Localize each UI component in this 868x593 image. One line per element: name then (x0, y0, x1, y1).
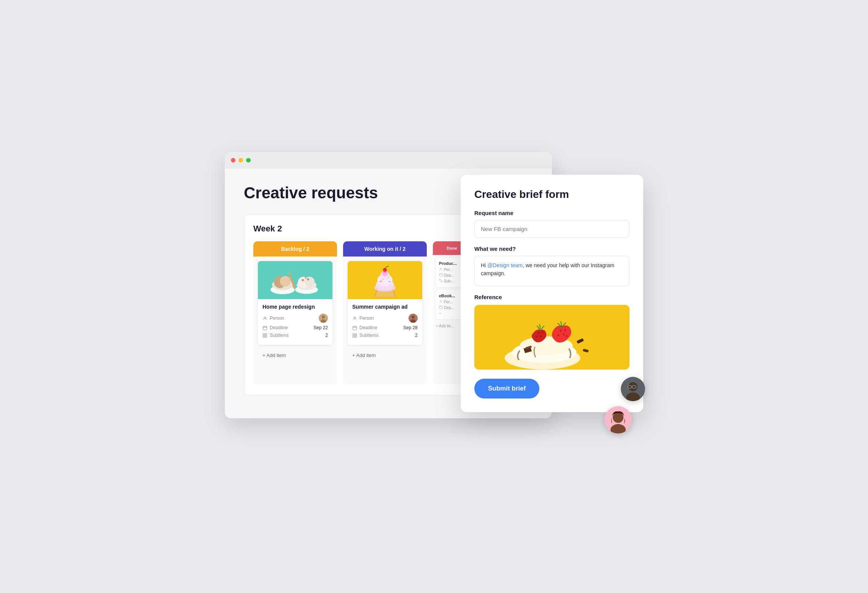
kanban-col-working: Working on it / 2 (343, 241, 427, 384)
card-field-deadline-working: Deadline Sep 28 (352, 325, 418, 330)
add-item-backlog[interactable]: + Add item (258, 349, 332, 361)
card-title-working-1: Summer campaign ad (352, 304, 418, 310)
what-we-need-textarea[interactable]: Hi @Design team, we need your help with … (474, 256, 630, 286)
person-icon-done-1 (439, 267, 443, 271)
card-body-backlog-1: Home page redesign Person (258, 299, 332, 345)
request-name-label: Request name (474, 210, 630, 216)
person-icon-working (352, 316, 357, 321)
kanban-col-backlog: Backlog / 2 (253, 241, 337, 384)
calendar-icon-backlog (262, 325, 267, 330)
card-field-person-working: Person (352, 314, 418, 323)
floating-avatar-1 (621, 377, 645, 401)
svg-point-10 (302, 279, 304, 281)
svg-rect-21 (263, 333, 265, 335)
subitems-icon-backlog (262, 333, 267, 338)
traffic-light-close[interactable] (231, 158, 235, 163)
reference-svg (474, 305, 630, 370)
kanban-card-working-1[interactable]: Summer campaign ad Person (348, 261, 422, 345)
svg-point-12 (305, 277, 306, 279)
col-header-backlog: Backlog / 2 (253, 241, 337, 257)
kanban-card-backlog-1[interactable]: Home page redesign Person (258, 261, 332, 345)
text-prefix: Hi (481, 262, 487, 268)
submit-brief-button[interactable]: Submit brief (474, 379, 539, 399)
reference-label: Reference (474, 294, 630, 300)
svg-rect-50 (439, 274, 442, 277)
avatar-backlog-card (319, 314, 328, 323)
subitems-icon-working (352, 333, 357, 338)
svg-rect-48 (355, 336, 357, 337)
calendar-icon-done-1 (439, 273, 443, 277)
card-body-working-1: Summer campaign ad Person (348, 299, 422, 345)
floating-avatar-2 (604, 406, 632, 434)
subitems-icon-done-1 (439, 279, 443, 282)
card-field-subitems-backlog: Subitems 2 (262, 333, 328, 338)
form-title: Creative brief form (474, 188, 630, 201)
scene: Creative requests Week 2 Backlog / 2 (225, 152, 643, 441)
mention-design-team: @Design team (487, 262, 523, 268)
card-field-subitems-working: Subitems 2 (352, 333, 418, 338)
svg-rect-45 (353, 333, 355, 335)
calendar-icon-working (352, 325, 357, 330)
svg-rect-24 (265, 336, 267, 337)
svg-rect-0 (258, 261, 332, 299)
request-name-input[interactable] (474, 220, 630, 238)
svg-rect-47 (353, 336, 355, 337)
svg-rect-41 (353, 326, 357, 330)
svg-rect-53 (441, 281, 442, 282)
svg-rect-17 (263, 326, 267, 330)
svg-point-54 (440, 300, 441, 301)
col-label-working: Working on it (364, 246, 398, 252)
svg-point-49 (440, 268, 441, 269)
col-body-working: Summer campaign ad Person (343, 257, 427, 384)
svg-point-67 (542, 332, 543, 333)
card-field-deadline-backlog: Deadline Sep 22 (262, 325, 328, 330)
card-title-backlog-1: Home page redesign (262, 304, 328, 310)
reference-image (474, 305, 630, 370)
browser-titlebar (225, 152, 552, 169)
creative-brief-form: Creative brief form Request name What we… (461, 175, 643, 412)
col-body-backlog: Home page redesign Person (253, 257, 337, 384)
calendar-icon-done-2 (439, 305, 443, 309)
col-header-working: Working on it / 2 (343, 241, 427, 257)
svg-point-15 (322, 316, 325, 319)
col-label-backlog: Backlog (281, 246, 302, 252)
col-count-backlog: / 2 (303, 246, 309, 252)
card-image-icecream (258, 261, 332, 299)
traffic-light-maximize[interactable] (246, 158, 251, 163)
col-count-working: / 2 (400, 246, 406, 252)
svg-point-37 (354, 317, 355, 318)
svg-point-13 (264, 317, 265, 318)
svg-point-39 (412, 316, 415, 319)
svg-point-9 (305, 277, 315, 287)
svg-point-11 (307, 278, 309, 281)
traffic-light-minimize[interactable] (238, 158, 243, 163)
svg-rect-46 (355, 333, 357, 335)
card-image-cupcake (348, 261, 422, 299)
avatar-working-card (409, 314, 418, 323)
person-icon (262, 316, 267, 321)
what-we-need-label: What we need? (474, 245, 630, 252)
svg-rect-23 (263, 336, 265, 337)
add-item-working[interactable]: + Add item (348, 349, 422, 361)
svg-rect-52 (439, 279, 440, 280)
svg-rect-55 (439, 306, 442, 309)
card-field-person-backlog: Person (262, 314, 328, 323)
svg-point-79 (613, 412, 623, 423)
svg-point-4 (280, 276, 291, 287)
svg-rect-22 (265, 333, 267, 335)
person-icon-done-2 (439, 300, 443, 303)
